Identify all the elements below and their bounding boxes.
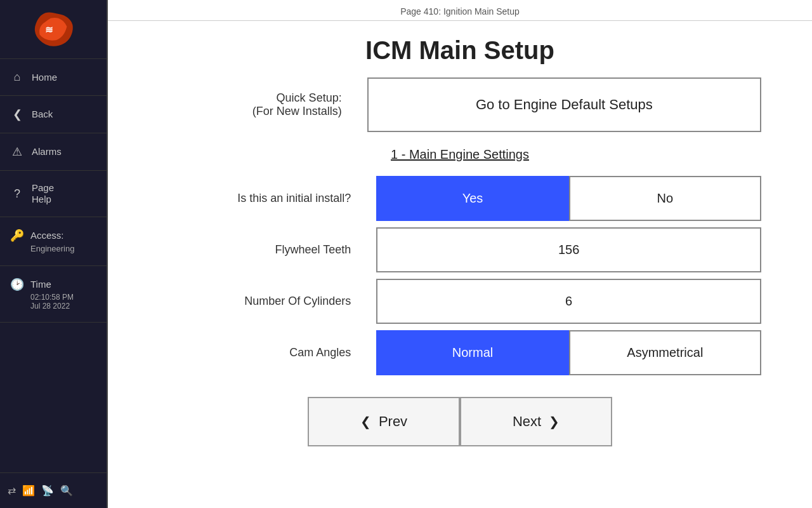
sidebar-item-back[interactable]: ❮ Back <box>0 96 107 133</box>
flywheel-teeth-controls: 156 <box>376 227 761 272</box>
content-area: ICM Main Setup Quick Setup:(For New Inst… <box>108 21 812 508</box>
sidebar-bottom-icons: ⇄ 📶 📡 🔍 <box>0 472 107 508</box>
search-icon: 🔍 <box>60 485 73 497</box>
sidebar-item-access[interactable]: 🔑 Access: Engineering <box>0 217 107 266</box>
transfer-icon: ⇄ <box>8 485 16 497</box>
alarms-icon: ⚠ <box>10 145 24 159</box>
cam-angles-controls: Normal Asymmetrical <box>376 330 761 375</box>
sidebar-item-alarms[interactable]: ⚠ Alarms <box>0 133 107 171</box>
prev-arrow-icon: ❮ <box>360 414 371 429</box>
quick-setup-row: Quick Setup:(For New Installs) Go to Eng… <box>159 77 761 132</box>
time-label: Time <box>30 279 51 290</box>
cam-angles-label: Cam Angles <box>159 346 351 359</box>
num-cylinders-value[interactable]: 6 <box>376 279 761 324</box>
sidebar-item-time: 🕑 Time 02:10:58 PM Jul 28 2022 <box>0 266 107 323</box>
prev-button[interactable]: ❮ Prev <box>308 397 460 446</box>
next-arrow-icon: ❯ <box>549 414 560 429</box>
logo: ≋ <box>0 0 107 59</box>
flywheel-teeth-label: Flywheel Teeth <box>159 243 351 257</box>
time-icon: 🕑 <box>10 277 24 291</box>
flywheel-teeth-value[interactable]: 156 <box>376 227 761 272</box>
sidebar-item-label: Back <box>32 109 53 120</box>
nav-buttons: ❮ Prev Next ❯ <box>159 397 761 459</box>
initial-install-no-button[interactable]: No <box>569 176 761 221</box>
engine-default-setups-button[interactable]: Go to Engine Default Setups <box>367 77 761 132</box>
access-level: Engineering <box>30 244 74 254</box>
num-cylinders-row: Number Of Cylinders 6 <box>159 279 761 324</box>
sidebar: ≋ ⌂ Home ❮ Back ⚠ Alarms ? PageHelp 🔑 Ac… <box>0 0 108 508</box>
num-cylinders-controls: 6 <box>376 279 761 324</box>
cam-angles-row: Cam Angles Normal Asymmetrical <box>159 330 761 375</box>
home-icon: ⌂ <box>10 70 24 84</box>
page-header: Page 410: Ignition Main Setup <box>108 0 812 21</box>
initial-install-row: Is this an initial install? Yes No <box>159 176 761 221</box>
initial-install-yes-button[interactable]: Yes <box>376 176 568 221</box>
sidebar-item-label: PageHelp <box>32 182 54 205</box>
access-icon: 🔑 <box>10 229 24 243</box>
sidebar-item-label: Home <box>32 72 57 83</box>
page-title: ICM Main Setup <box>159 21 761 77</box>
flywheel-teeth-row: Flywheel Teeth 156 <box>159 227 761 272</box>
signal-icon: 📶 <box>22 485 35 497</box>
quick-setup-label: Quick Setup:(For New Installs) <box>159 91 342 118</box>
sidebar-item-home[interactable]: ⌂ Home <box>0 59 107 96</box>
section-header: 1 - Main Engine Settings <box>159 147 761 162</box>
main-panel: Page 410: Ignition Main Setup ICM Main S… <box>108 0 812 508</box>
access-label: Access: <box>30 230 64 241</box>
prev-label: Prev <box>379 413 407 430</box>
initial-install-label: Is this an initial install? <box>159 192 351 205</box>
cam-angles-asymmetrical-button[interactable]: Asymmetrical <box>569 330 761 375</box>
next-label: Next <box>513 413 541 430</box>
help-icon: ? <box>10 187 24 201</box>
cam-angles-normal-button[interactable]: Normal <box>376 330 568 375</box>
sidebar-item-page-help[interactable]: ? PageHelp <box>0 171 107 217</box>
sidebar-item-label: Alarms <box>32 146 62 157</box>
wifi-icon: 📡 <box>41 485 54 497</box>
svg-text:≋: ≋ <box>45 24 53 35</box>
next-button[interactable]: Next ❯ <box>460 397 612 446</box>
back-icon: ❮ <box>10 107 24 121</box>
num-cylinders-label: Number Of Cylinders <box>159 295 351 308</box>
time-value: 02:10:58 PM Jul 28 2022 <box>30 293 74 311</box>
initial-install-controls: Yes No <box>376 176 761 221</box>
